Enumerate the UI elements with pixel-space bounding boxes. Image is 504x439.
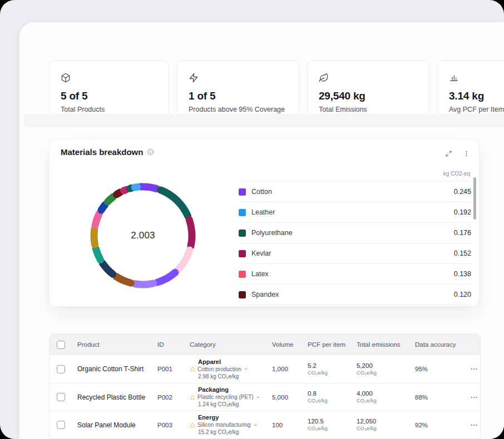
col-id[interactable]: ID [154, 341, 186, 348]
table-row: Solar Panel Module P003 Energy Silicon m… [50, 411, 480, 438]
product-name: Solar Panel Module [74, 421, 154, 429]
info-icon[interactable] [147, 148, 154, 156]
expand-button[interactable] [442, 147, 454, 159]
legend-swatch [239, 291, 246, 298]
legend-item[interactable]: Latex0.138 [239, 264, 471, 285]
leaf-icon [319, 73, 329, 83]
legend-value: 0.138 [454, 270, 471, 278]
more-icon [470, 393, 478, 401]
stat-label: Avg PCF per Item [449, 106, 504, 113]
col-category[interactable]: Category [186, 341, 269, 348]
accuracy: 92% [412, 422, 467, 428]
accuracy: 88% [412, 394, 467, 401]
category-name: Energy [190, 414, 269, 421]
table-row: Recycled Plastic Bottle P002 Packaging P… [50, 383, 480, 411]
chevron-down-icon [253, 423, 258, 427]
legend-item[interactable]: Leather0.192 [239, 202, 471, 223]
col-total-emissions[interactable]: Total emissions [353, 341, 412, 348]
total-emissions-cell: 4,000CO₂e/kg [353, 390, 412, 404]
category-cell: Packaging Plastic recycling (PET) 1.24 k… [186, 386, 269, 408]
volume: 5,000 [269, 394, 304, 401]
legend-value: 0.120 [454, 291, 471, 298]
stat-value: 3.14 kg [449, 90, 504, 102]
section-divider-band [24, 114, 504, 127]
row-checkbox[interactable] [57, 421, 65, 429]
legend-label: Kevlar [251, 250, 448, 257]
legend-value: 0.176 [454, 229, 471, 237]
product-name: Organic Cotton T-Shirt [74, 365, 154, 373]
legend-item[interactable]: Kevlar0.152 [239, 243, 471, 264]
materials-donut: 2.003 [87, 180, 199, 291]
product-id: P001 [154, 366, 186, 372]
pcf-cell: 0.8CO₂e/kg [304, 390, 353, 404]
stat-value: 5 of 5 [61, 90, 157, 102]
legend-item[interactable]: Cotton0.245 [239, 182, 471, 202]
category-cell: Energy Silicon manufacturing 15.2 kg CO₂… [186, 414, 269, 436]
product-name: Recycled Plastic Bottle [74, 393, 154, 401]
category-cell: Apparel Cotton production 2.98 kg CO₂e/k… [186, 358, 269, 380]
donut-center-value: 2.003 [87, 180, 199, 291]
category-name: Packaging [190, 386, 269, 393]
legend-swatch [239, 250, 246, 257]
stat-value: 29,540 kg [319, 90, 418, 102]
intensity: 1.24 kg CO₂e/kg [190, 401, 269, 408]
col-data-accuracy[interactable]: Data accuracy [412, 341, 467, 348]
row-menu-button[interactable] [467, 421, 480, 429]
legend-value: 0.245 [454, 188, 471, 196]
legend-swatch [239, 188, 246, 196]
triangle-icon [190, 366, 195, 372]
legend-item[interactable]: Spandex0.120 [239, 285, 471, 305]
pcf-cell: 120.5CO₂e/kg [304, 418, 353, 432]
total-emissions-cell: 5,200CO₂e/kg [353, 362, 412, 376]
legend-item[interactable]: Polyurethane0.176 [239, 223, 471, 243]
process-name: Silicon manufacturing [197, 421, 251, 428]
zap-icon [189, 73, 199, 83]
accuracy: 95% [412, 366, 467, 372]
process-dropdown[interactable]: Cotton production [190, 366, 269, 373]
dashboard-page: 5 of 5 Total Products Products in curren… [0, 0, 504, 439]
kebab-menu-icon [463, 150, 470, 157]
chevron-down-icon [256, 395, 260, 400]
pcf-cell: 5.2CO₂e/kg [304, 362, 353, 376]
select-all-checkbox[interactable] [57, 341, 65, 349]
legend-value: 0.152 [454, 250, 471, 257]
expand-icon [445, 150, 452, 157]
products-table: Product ID Category Volume PCF per item … [49, 333, 481, 439]
legend-value: 0.192 [454, 208, 471, 216]
table-header: Product ID Category Volume PCF per item … [50, 334, 480, 355]
intensity: 15.2 kg CO₂e/kg [190, 428, 269, 436]
card-title: Materials breakdown [61, 147, 143, 157]
legend-label: Leather [251, 208, 448, 216]
col-volume[interactable]: Volume [269, 341, 304, 348]
legend-scrollbar[interactable] [473, 177, 476, 219]
row-menu-button[interactable] [467, 365, 480, 373]
product-id: P002 [154, 394, 186, 401]
col-pcf[interactable]: PCF per item [304, 341, 353, 348]
legend-label: Cotton [251, 188, 448, 196]
materials-legend: kg CO2-eq Cotton0.245 Leather0.192 Polyu… [239, 168, 471, 305]
bar-chart-icon [449, 73, 459, 83]
card-menu-button[interactable] [460, 147, 472, 159]
product-id: P003 [154, 422, 186, 428]
intensity: 2.98 kg CO₂e/kg [190, 373, 269, 380]
legend-swatch [239, 230, 246, 237]
row-checkbox[interactable] [57, 393, 65, 401]
process-name: Plastic recycling (PET) [197, 393, 254, 401]
process-dropdown[interactable]: Plastic recycling (PET) [190, 393, 269, 401]
legend-swatch [239, 271, 246, 278]
legend-unit-label: kg CO2-eq [239, 168, 471, 182]
col-product[interactable]: Product [74, 341, 154, 348]
more-icon [470, 421, 478, 429]
category-name: Apparel [190, 358, 269, 366]
process-dropdown[interactable]: Silicon manufacturing [190, 421, 269, 428]
row-checkbox[interactable] [57, 365, 65, 373]
stat-label: Products above 95% Coverage [189, 106, 288, 113]
more-icon [470, 365, 478, 373]
legend-label: Latex [251, 270, 448, 278]
legend-label: Spandex [251, 291, 448, 298]
table-row: Organic Cotton T-Shirt P001 Apparel Cott… [50, 355, 480, 383]
row-menu-button[interactable] [467, 393, 480, 401]
legend-label: Polyurethane [251, 229, 448, 237]
triangle-icon [190, 395, 195, 400]
volume: 1,000 [269, 366, 304, 372]
